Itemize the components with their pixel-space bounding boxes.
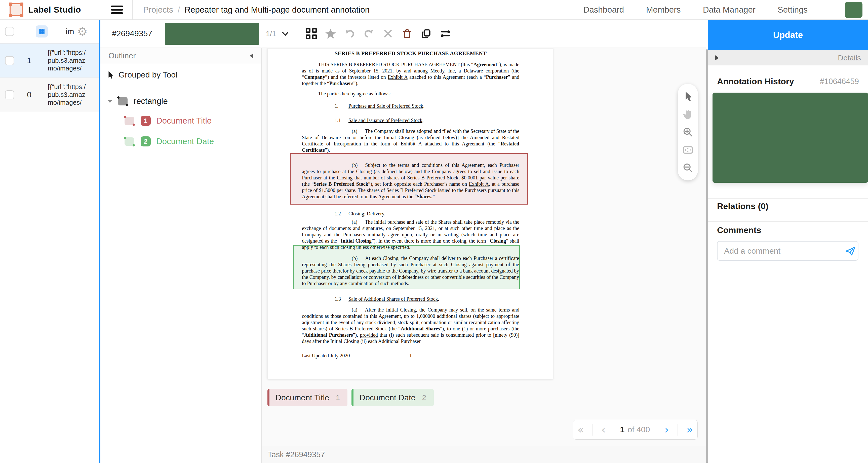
task-row-data-snippet: [{"url":"https:/ pub.s3.amaz mo/images/ xyxy=(48,49,95,72)
task-row-data-snippet: [{"url":"https:/ pub.s3.amaz mo/images/ xyxy=(48,83,95,106)
details-panel: Update Details Annotation History #10646… xyxy=(708,20,868,463)
panel-resizer[interactable] xyxy=(706,49,708,463)
document-title-text: SERIES B PREFERRED STOCK PURCHASE AGREEM… xyxy=(302,50,519,56)
app-header: Label Studio Projects / Repeater tag and… xyxy=(0,0,868,20)
doc-heading: 1. Purchase and Sale of Preferred Stock. xyxy=(335,103,519,109)
document-image[interactable]: SERIES B PREFERRED STOCK PURCHASE AGREEM… xyxy=(268,48,553,379)
task-row-id: 1 xyxy=(14,56,44,65)
nav-members[interactable]: Members xyxy=(646,5,681,14)
region-document-title[interactable]: (b) Subject to the terms and conditions … xyxy=(290,153,528,205)
doc-paragraph: THIS SERIES B PREFERRED STOCK PURCHASE A… xyxy=(302,61,519,87)
duplicate-copy-icon[interactable] xyxy=(421,28,432,39)
first-page-button[interactable]: « xyxy=(578,425,584,435)
next-page-button[interactable]: › xyxy=(664,425,669,435)
top-nav: Dashboard Members Data Manager Settings xyxy=(584,2,868,18)
label-color-stripe xyxy=(268,389,270,406)
doc-footer: Last Updated July 2020 1 xyxy=(302,352,519,359)
rectangle-tool-icon[interactable] xyxy=(36,25,48,37)
region-document-date[interactable]: (b) At each Closing, the Company shall d… xyxy=(293,245,520,289)
region-label: Document Title xyxy=(156,116,212,126)
task-row[interactable]: 1 [{"url":"https:/ pub.s3.amaz mo/images… xyxy=(0,43,99,78)
update-button[interactable]: Update xyxy=(708,20,868,50)
annotation-id: #10646459 xyxy=(820,77,859,86)
transfer-relations-icon[interactable] xyxy=(440,28,451,39)
pan-hand-tool[interactable] xyxy=(682,108,694,120)
prev-page-button[interactable]: ‹ xyxy=(601,425,606,435)
doc-heading: 1.1 Sale and Issuance of Preferred Stock… xyxy=(335,117,519,124)
nav-data-manager[interactable]: Data Manager xyxy=(703,5,755,14)
menu-icon[interactable] xyxy=(111,5,123,14)
task-row-checkbox[interactable] xyxy=(5,56,14,65)
label-hotkey: 1 xyxy=(336,393,340,402)
region-icon xyxy=(125,137,134,146)
region-item-document-date[interactable]: 2 Document Date xyxy=(125,133,261,150)
fit-to-screen-tool[interactable] xyxy=(682,144,694,156)
label-hotkey: 2 xyxy=(422,393,426,402)
task-id-label: #26949357 xyxy=(112,29,152,38)
region-group-label: rectangle xyxy=(133,96,168,106)
user-avatar[interactable] xyxy=(845,2,863,18)
task-row[interactable]: 0 [{"url":"https:/ pub.s3.amaz mo/images… xyxy=(0,78,99,112)
doc-paragraph: The parties hereby agree as follows: xyxy=(302,91,519,97)
label-document-date[interactable]: Document Date 2 xyxy=(351,389,434,406)
label-document-title[interactable]: Document Title 1 xyxy=(268,389,347,406)
details-bar[interactable]: Details xyxy=(708,50,868,65)
task-row-id: 0 xyxy=(14,90,44,99)
redo-icon[interactable] xyxy=(363,28,374,39)
breadcrumb-project-title: Repeater tag and Multi-page document ann… xyxy=(184,5,370,14)
doc-page-number: 1 xyxy=(374,352,447,359)
region-icon xyxy=(118,97,128,105)
delete-trash-icon[interactable] xyxy=(402,28,413,39)
task-pagination: « ‹ 1 of 400 › » xyxy=(573,420,698,440)
task-list-sidebar: im ⚙ 1 [{"url":"https:/ pub.s3.amaz mo/i… xyxy=(0,20,99,463)
gear-icon[interactable]: ⚙ xyxy=(77,26,88,37)
annotation-toolbar: #26949357 1/1 xyxy=(100,20,706,48)
breadcrumb-separator: / xyxy=(178,5,180,14)
breadcrumb-projects-link[interactable]: Projects xyxy=(143,5,173,14)
relations-heading: Relations (0) xyxy=(717,201,768,211)
collapse-panel-icon[interactable] xyxy=(250,53,253,59)
comments-heading: Comments xyxy=(717,225,761,235)
toolbar-icon-group xyxy=(306,28,451,39)
region-index-badge: 2 xyxy=(141,136,151,147)
send-comment-icon[interactable] xyxy=(843,243,858,258)
star-icon[interactable] xyxy=(325,28,336,39)
cursor-icon xyxy=(106,71,115,79)
region-label: Document Date xyxy=(156,136,214,146)
chevron-down-icon[interactable] xyxy=(280,29,290,39)
region-group-rectangle[interactable]: rectangle xyxy=(107,93,261,109)
doc-heading: 1.2 Closing; Delivery. xyxy=(335,211,519,217)
comment-input[interactable] xyxy=(724,246,843,256)
zoom-out-tool[interactable] xyxy=(682,162,694,174)
grouping-selector[interactable]: Grouped by Tool xyxy=(100,64,261,86)
region-item-document-title[interactable]: 1 Document Title xyxy=(125,113,261,129)
column-divider xyxy=(56,24,56,39)
app-title[interactable]: Label Studio xyxy=(28,5,81,14)
redacted-history-block xyxy=(713,93,868,183)
annotation-history-title: Annotation History xyxy=(717,76,794,86)
view-all-grid-icon[interactable] xyxy=(306,28,317,39)
zoom-in-tool[interactable] xyxy=(682,126,694,138)
column-header-image[interactable]: im xyxy=(66,27,74,36)
annotation-canvas: SERIES B PREFERRED STOCK PURCHASE AGREEM… xyxy=(262,48,706,446)
label-studio-logo-icon[interactable] xyxy=(9,3,23,17)
breadcrumb: Projects / Repeater tag and Multi-page d… xyxy=(143,5,370,14)
select-all-checkbox[interactable] xyxy=(5,27,14,36)
grouping-label: Grouped by Tool xyxy=(119,70,177,80)
expand-details-icon[interactable] xyxy=(715,55,718,61)
nav-settings[interactable]: Settings xyxy=(778,5,808,14)
last-page-button[interactable]: » xyxy=(687,425,693,435)
task-row-checkbox[interactable] xyxy=(5,90,14,99)
divider xyxy=(708,198,868,198)
redacted-user-block xyxy=(165,23,259,45)
undo-icon[interactable] xyxy=(344,28,355,39)
nav-dashboard[interactable]: Dashboard xyxy=(584,5,624,14)
select-pointer-tool[interactable] xyxy=(682,90,694,102)
task-footer-bar: Task #26949357 xyxy=(262,446,706,463)
outliner-title: Outliner xyxy=(108,51,136,60)
divider xyxy=(708,221,868,222)
annotation-history-header: Annotation History #10646459 xyxy=(708,76,868,86)
regions-tree: rectangle 1 Document Title 2 Document Da… xyxy=(100,86,261,150)
expander-icon[interactable] xyxy=(107,100,113,103)
reject-x-icon[interactable] xyxy=(382,28,394,39)
